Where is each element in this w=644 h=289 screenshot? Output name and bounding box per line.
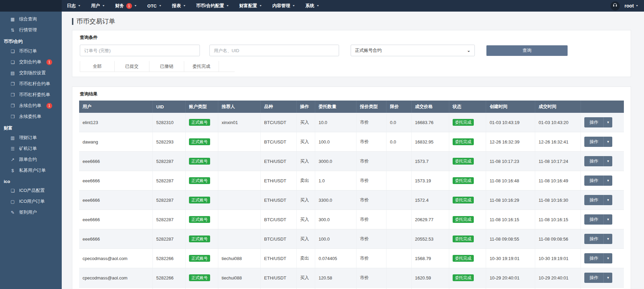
page-title-text: 币币交易订单 (76, 17, 115, 26)
results-panel-title: 查询结果 (72, 87, 631, 97)
sidebar-item-签到用户[interactable]: ✎签到用户 (0, 207, 62, 218)
cell-uid: 5282293 (153, 132, 186, 152)
chevron-down-icon: ▼ (316, 4, 319, 7)
action-button[interactable]: 操作 (584, 137, 604, 147)
sort-icon: ⇅ (10, 28, 15, 33)
sidebar-item-行情管理[interactable]: ⇅行情管理 (0, 25, 62, 35)
cell-amount: 300.0 (315, 210, 356, 229)
sidebar-item-币币杠杆委托单[interactable]: ❒币币杠杆委托单 (0, 89, 62, 100)
column-header-品种: 品种 (261, 101, 296, 113)
sidebar-item-label: 币币杠杆合约单 (19, 81, 50, 87)
cell-referrer (218, 152, 261, 171)
action-dropdown-toggle[interactable]: ▼ (604, 253, 612, 263)
sidebar-item-理财订单[interactable]: ▥理财订单 (0, 132, 62, 143)
sidebar-item-币币订单[interactable]: ❏币币订单 (0, 46, 62, 57)
account-type-select[interactable]: 正式账号合约 ⌄ (351, 45, 475, 56)
action-button[interactable]: 操作 (584, 117, 604, 127)
cell-referrer: tiechui088 (218, 249, 261, 268)
sidebar-item-私募用户订单[interactable]: $私募用户订单 (0, 165, 62, 176)
action-button-group: 操作▼ (584, 156, 612, 166)
nav-item-OTC[interactable]: OTC▼ (142, 0, 167, 12)
sidebar-item-label: 永续委托单 (19, 113, 41, 120)
cell-referrer (218, 191, 261, 210)
action-dropdown-toggle[interactable]: ▼ (604, 156, 612, 166)
action-button-group: 操作▼ (584, 273, 612, 283)
sidebar-item-交割合约单[interactable]: ❏交割合约单1 (0, 57, 62, 67)
sidebar-item-跟单合约[interactable]: ↗跟单合约 (0, 154, 62, 165)
nav-item-内容管理[interactable]: 内容管理▼ (267, 0, 301, 12)
cell-price-type: 市价 (356, 132, 386, 152)
copy-icon: ❐ (10, 81, 15, 87)
cell-user: cpecodmass@aol.com (79, 249, 153, 268)
action-button[interactable]: 操作 (584, 273, 604, 283)
cell-referrer: tiechui088 (218, 268, 261, 288)
action-button[interactable]: 操作 (584, 253, 604, 263)
sidebar-item-label: ICO用户订单 (19, 198, 45, 204)
nav-item-系统[interactable]: 系统▼ (300, 0, 324, 12)
cell-limit-price: 0.0 (386, 132, 411, 152)
cell-price-type: 市价 (356, 113, 386, 132)
action-button[interactable]: 操作 (584, 214, 604, 225)
column-header-用户: 用户 (79, 101, 153, 113)
action-button[interactable]: 操作 (584, 176, 604, 186)
sidebar-item-矿机订单[interactable]: ☰矿机订单 (0, 143, 62, 154)
user-menu[interactable]: root ▼ (625, 3, 639, 9)
sidebar-item-ICO产品配置[interactable]: ❏ICO产品配置 (0, 185, 62, 196)
bookmark-icon: ❏ (10, 49, 15, 54)
order-id-input[interactable] (80, 45, 200, 56)
status-badge: 委托完成 (453, 119, 474, 126)
cell-account-type: 正式账号 (185, 152, 218, 171)
cell-user: elint123 (79, 113, 153, 132)
sidebar-item-label: 矿机订单 (19, 146, 37, 152)
calculator-icon: ❒ (10, 114, 15, 119)
nav-item-财务[interactable]: 财务1▼ (110, 0, 142, 12)
orders-table-body: elint1235282310正式账号xinxin01BTC/USDT买入10.… (79, 113, 624, 289)
search-button[interactable]: 查询 (486, 45, 568, 56)
sidebar-item-综合查询[interactable]: ▦综合查询 (0, 14, 62, 25)
grid-icon: ▦ (10, 17, 15, 22)
cell-deal-price: 1573.7 (411, 152, 449, 171)
cell-symbol: ETH/USDT (261, 249, 296, 268)
action-dropdown-toggle[interactable]: ▼ (604, 137, 612, 147)
status-badge: 委托完成 (453, 216, 474, 223)
tab-已撤销[interactable]: 已撤销 (149, 61, 184, 72)
account-type-badge: 正式账号 (189, 138, 210, 145)
action-dropdown-toggle[interactable]: ▼ (604, 234, 612, 244)
username-uid-input[interactable] (209, 45, 339, 56)
cell-uid: 5282266 (153, 268, 186, 288)
sidebar-item-永续合约单[interactable]: ❐永续合约单1 (0, 100, 62, 111)
nav-item-币币/合约配置[interactable]: 币币/合约配置▼ (191, 0, 234, 12)
cell-deal-price: 16832.95 (411, 132, 449, 152)
action-button-group: 操作▼ (584, 253, 612, 263)
cell-side: 卖出 (296, 171, 315, 191)
navbar-menu: 日志▼用户▼财务1▼OTC▼报表▼币币/合约配置▼财富配置▼内容管理▼系统▼ (62, 0, 324, 12)
account-type-badge: 正式账号 (189, 216, 210, 223)
cell-symbol: ETH/USDT (261, 152, 296, 171)
action-dropdown-toggle[interactable]: ▼ (604, 214, 612, 225)
cell-account-type: 正式账号 (185, 132, 218, 152)
cell-price-type: 市价 (356, 229, 386, 249)
sidebar-item-永续委托单[interactable]: ❒永续委托单 (0, 111, 62, 122)
action-button[interactable]: 操作 (584, 234, 604, 244)
cell-limit-price (386, 229, 411, 249)
sidebar-item-交割场控设置[interactable]: ▤交割场控设置 (0, 67, 62, 78)
action-dropdown-toggle[interactable]: ▼ (604, 176, 612, 186)
nav-item-日志[interactable]: 日志▼ (62, 0, 86, 12)
action-dropdown-toggle[interactable]: ▼ (604, 117, 612, 127)
tab-全部[interactable]: 全部 (80, 61, 115, 72)
cell-account-type: 正式账号 (185, 268, 218, 288)
nav-item-用户[interactable]: 用户▼ (86, 0, 110, 12)
nav-item-报表[interactable]: 报表▼ (167, 0, 191, 12)
nav-item-财富配置[interactable]: 财富配置▼ (234, 0, 267, 12)
action-dropdown-toggle[interactable]: ▼ (604, 195, 612, 205)
tab-委托完成[interactable]: 委托完成 (184, 61, 219, 72)
sidebar-item-币币杠杆合约单[interactable]: ❐币币杠杆合约单 (0, 78, 62, 89)
sidebar-item-ICO用户订单[interactable]: ▢ICO用户订单 (0, 196, 62, 207)
notification-badge: 1 (46, 103, 52, 109)
support-button[interactable] (611, 1, 620, 11)
action-dropdown-toggle[interactable]: ▼ (604, 273, 612, 283)
action-button[interactable]: 操作 (584, 195, 604, 205)
chevron-down-icon: ▼ (606, 179, 610, 182)
action-button[interactable]: 操作 (584, 156, 604, 166)
tab-已提交[interactable]: 已提交 (115, 61, 149, 72)
